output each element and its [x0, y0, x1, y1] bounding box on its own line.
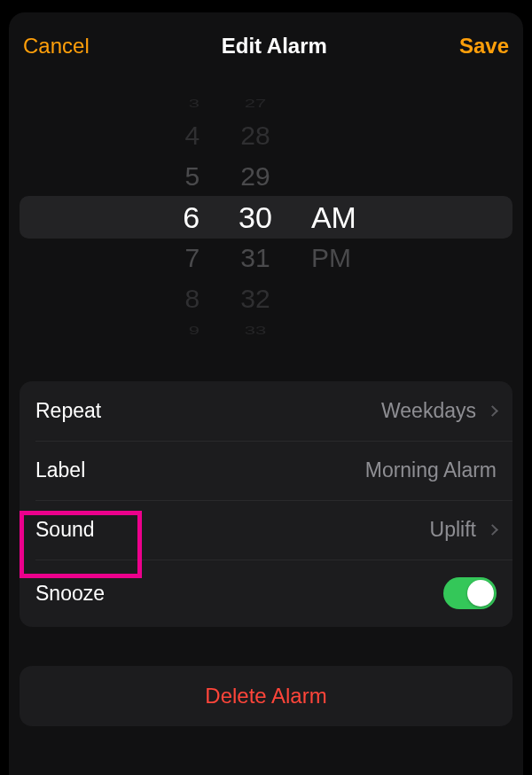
minute-option[interactable]: 28 — [240, 115, 270, 156]
snooze-label: Snooze — [35, 582, 105, 606]
ampm-option-pm[interactable]: PM — [311, 238, 351, 278]
repeat-row[interactable]: Repeat Weekdays — [20, 381, 512, 441]
sound-value: Uplift — [430, 518, 497, 542]
minute-option[interactable]: 31 — [240, 238, 270, 278]
delete-group: Delete Alarm — [20, 666, 512, 726]
snooze-row: Snooze — [20, 560, 512, 627]
edit-alarm-sheet: Cancel Edit Alarm Save 3 4 5 6 7 8 9 27 … — [9, 12, 523, 775]
minute-wheel[interactable]: 27 28 29 30 31 32 33 — [239, 80, 272, 355]
hour-option[interactable]: 7 — [184, 238, 200, 278]
minute-option[interactable]: 33 — [245, 324, 266, 338]
time-picker[interactable]: 3 4 5 6 7 8 9 27 28 29 30 31 32 33 . . . — [9, 80, 523, 355]
toggle-knob — [467, 580, 494, 607]
repeat-value: Weekdays — [381, 399, 497, 423]
sound-row[interactable]: Sound Uplift — [20, 500, 512, 560]
hour-option[interactable]: 9 — [189, 324, 200, 338]
label-row[interactable]: Label Morning Alarm — [20, 441, 512, 500]
minute-option[interactable]: 27 — [245, 97, 266, 111]
sound-label: Sound — [35, 518, 95, 542]
label-label: Label — [35, 458, 85, 482]
hour-option[interactable]: 8 — [184, 278, 200, 319]
hour-option[interactable]: 3 — [189, 97, 200, 111]
minute-option-selected[interactable]: 30 — [239, 197, 272, 238]
hour-option[interactable]: 5 — [184, 156, 200, 197]
ampm-option-am[interactable]: AM — [311, 197, 356, 238]
chevron-right-icon — [487, 524, 498, 536]
cancel-button[interactable]: Cancel — [23, 34, 90, 59]
snooze-toggle[interactable] — [443, 577, 497, 609]
hour-wheel[interactable]: 3 4 5 6 7 8 9 — [160, 80, 200, 355]
ampm-wheel[interactable]: . . . AM PM . . — [311, 80, 372, 355]
label-value: Morning Alarm — [365, 458, 497, 482]
minute-option[interactable]: 29 — [240, 156, 270, 197]
hour-option-selected[interactable]: 6 — [183, 197, 200, 238]
page-title: Edit Alarm — [222, 34, 327, 59]
hour-option[interactable]: 4 — [184, 115, 200, 156]
chevron-right-icon — [487, 405, 498, 417]
settings-group: Repeat Weekdays Label Morning Alarm Soun… — [20, 381, 512, 627]
minute-option[interactable]: 32 — [240, 278, 270, 319]
save-button[interactable]: Save — [459, 34, 509, 59]
repeat-label: Repeat — [35, 399, 101, 423]
nav-bar: Cancel Edit Alarm Save — [9, 12, 523, 74]
delete-alarm-button[interactable]: Delete Alarm — [20, 666, 512, 726]
